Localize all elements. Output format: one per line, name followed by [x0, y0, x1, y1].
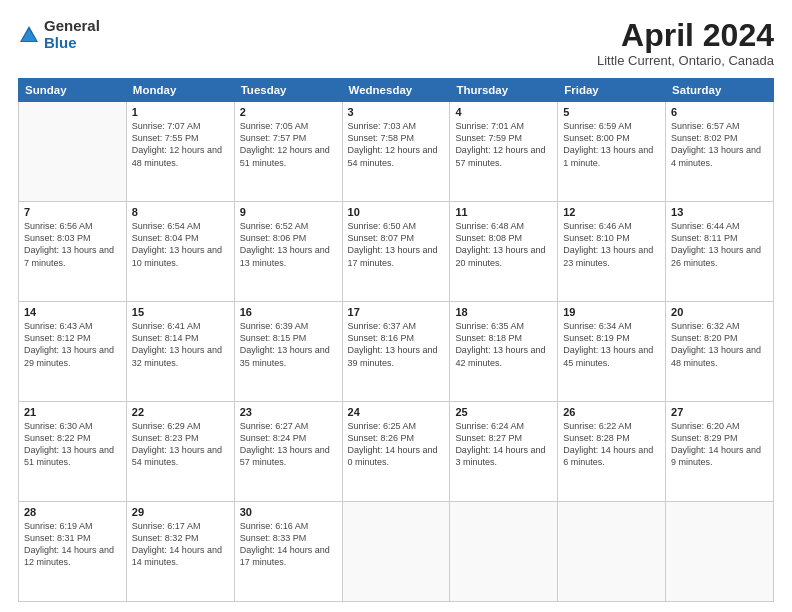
calendar-week-row: 7Sunrise: 6:56 AMSunset: 8:03 PMDaylight…	[19, 202, 774, 302]
main-title: April 2024	[597, 18, 774, 53]
day-detail: Sunrise: 6:32 AMSunset: 8:20 PMDaylight:…	[671, 320, 768, 369]
calendar-day-cell: 26Sunrise: 6:22 AMSunset: 8:28 PMDayligh…	[558, 402, 666, 502]
calendar-day-cell: 15Sunrise: 6:41 AMSunset: 8:14 PMDayligh…	[126, 302, 234, 402]
calendar-day-cell: 19Sunrise: 6:34 AMSunset: 8:19 PMDayligh…	[558, 302, 666, 402]
calendar-day-cell	[342, 502, 450, 602]
day-number: 5	[563, 106, 660, 118]
calendar-day-cell: 8Sunrise: 6:54 AMSunset: 8:04 PMDaylight…	[126, 202, 234, 302]
day-detail: Sunrise: 6:39 AMSunset: 8:15 PMDaylight:…	[240, 320, 337, 369]
day-detail: Sunrise: 6:37 AMSunset: 8:16 PMDaylight:…	[348, 320, 445, 369]
calendar-day-cell: 29Sunrise: 6:17 AMSunset: 8:32 PMDayligh…	[126, 502, 234, 602]
calendar-table: SundayMondayTuesdayWednesdayThursdayFrid…	[18, 78, 774, 602]
calendar-week-row: 21Sunrise: 6:30 AMSunset: 8:22 PMDayligh…	[19, 402, 774, 502]
day-number: 26	[563, 406, 660, 418]
day-number: 8	[132, 206, 229, 218]
calendar-day-cell	[558, 502, 666, 602]
day-detail: Sunrise: 6:41 AMSunset: 8:14 PMDaylight:…	[132, 320, 229, 369]
day-number: 19	[563, 306, 660, 318]
calendar-day-header: Wednesday	[342, 79, 450, 102]
day-number: 28	[24, 506, 121, 518]
calendar-day-header: Tuesday	[234, 79, 342, 102]
calendar-day-cell: 16Sunrise: 6:39 AMSunset: 8:15 PMDayligh…	[234, 302, 342, 402]
calendar-day-cell: 25Sunrise: 6:24 AMSunset: 8:27 PMDayligh…	[450, 402, 558, 502]
calendar-day-header: Sunday	[19, 79, 127, 102]
day-number: 29	[132, 506, 229, 518]
calendar-day-cell: 18Sunrise: 6:35 AMSunset: 8:18 PMDayligh…	[450, 302, 558, 402]
day-detail: Sunrise: 6:57 AMSunset: 8:02 PMDaylight:…	[671, 120, 768, 169]
day-detail: Sunrise: 7:07 AMSunset: 7:55 PMDaylight:…	[132, 120, 229, 169]
day-detail: Sunrise: 6:48 AMSunset: 8:08 PMDaylight:…	[455, 220, 552, 269]
day-number: 14	[24, 306, 121, 318]
day-detail: Sunrise: 6:35 AMSunset: 8:18 PMDaylight:…	[455, 320, 552, 369]
day-detail: Sunrise: 7:03 AMSunset: 7:58 PMDaylight:…	[348, 120, 445, 169]
day-number: 23	[240, 406, 337, 418]
logo-blue: Blue	[44, 35, 100, 52]
day-number: 13	[671, 206, 768, 218]
calendar-week-row: 14Sunrise: 6:43 AMSunset: 8:12 PMDayligh…	[19, 302, 774, 402]
day-detail: Sunrise: 6:25 AMSunset: 8:26 PMDaylight:…	[348, 420, 445, 469]
calendar-day-header: Saturday	[666, 79, 774, 102]
day-number: 3	[348, 106, 445, 118]
day-number: 24	[348, 406, 445, 418]
day-number: 20	[671, 306, 768, 318]
calendar-day-header: Monday	[126, 79, 234, 102]
calendar-day-cell: 27Sunrise: 6:20 AMSunset: 8:29 PMDayligh…	[666, 402, 774, 502]
day-number: 25	[455, 406, 552, 418]
day-number: 30	[240, 506, 337, 518]
day-detail: Sunrise: 7:05 AMSunset: 7:57 PMDaylight:…	[240, 120, 337, 169]
day-number: 22	[132, 406, 229, 418]
day-detail: Sunrise: 7:01 AMSunset: 7:59 PMDaylight:…	[455, 120, 552, 169]
calendar-day-cell: 14Sunrise: 6:43 AMSunset: 8:12 PMDayligh…	[19, 302, 127, 402]
calendar-day-cell: 3Sunrise: 7:03 AMSunset: 7:58 PMDaylight…	[342, 102, 450, 202]
logo-general: General	[44, 18, 100, 35]
calendar-day-cell: 2Sunrise: 7:05 AMSunset: 7:57 PMDaylight…	[234, 102, 342, 202]
logo: General Blue	[18, 18, 100, 51]
calendar-day-cell	[19, 102, 127, 202]
calendar-day-cell: 9Sunrise: 6:52 AMSunset: 8:06 PMDaylight…	[234, 202, 342, 302]
calendar-day-cell: 6Sunrise: 6:57 AMSunset: 8:02 PMDaylight…	[666, 102, 774, 202]
day-number: 6	[671, 106, 768, 118]
day-detail: Sunrise: 6:59 AMSunset: 8:00 PMDaylight:…	[563, 120, 660, 169]
day-number: 12	[563, 206, 660, 218]
day-number: 2	[240, 106, 337, 118]
day-detail: Sunrise: 6:56 AMSunset: 8:03 PMDaylight:…	[24, 220, 121, 269]
day-detail: Sunrise: 6:20 AMSunset: 8:29 PMDaylight:…	[671, 420, 768, 469]
day-detail: Sunrise: 6:52 AMSunset: 8:06 PMDaylight:…	[240, 220, 337, 269]
day-number: 18	[455, 306, 552, 318]
day-number: 1	[132, 106, 229, 118]
day-detail: Sunrise: 6:50 AMSunset: 8:07 PMDaylight:…	[348, 220, 445, 269]
day-number: 9	[240, 206, 337, 218]
calendar-day-cell: 22Sunrise: 6:29 AMSunset: 8:23 PMDayligh…	[126, 402, 234, 502]
day-number: 17	[348, 306, 445, 318]
calendar-day-cell	[450, 502, 558, 602]
day-number: 21	[24, 406, 121, 418]
day-detail: Sunrise: 6:16 AMSunset: 8:33 PMDaylight:…	[240, 520, 337, 569]
header: General Blue April 2024 Little Current, …	[18, 18, 774, 68]
day-detail: Sunrise: 6:54 AMSunset: 8:04 PMDaylight:…	[132, 220, 229, 269]
calendar-day-cell	[666, 502, 774, 602]
calendar-day-cell: 24Sunrise: 6:25 AMSunset: 8:26 PMDayligh…	[342, 402, 450, 502]
day-number: 27	[671, 406, 768, 418]
calendar-day-cell: 10Sunrise: 6:50 AMSunset: 8:07 PMDayligh…	[342, 202, 450, 302]
day-detail: Sunrise: 6:34 AMSunset: 8:19 PMDaylight:…	[563, 320, 660, 369]
calendar-day-header: Thursday	[450, 79, 558, 102]
calendar-day-cell: 1Sunrise: 7:07 AMSunset: 7:55 PMDaylight…	[126, 102, 234, 202]
day-detail: Sunrise: 6:43 AMSunset: 8:12 PMDaylight:…	[24, 320, 121, 369]
day-detail: Sunrise: 6:46 AMSunset: 8:10 PMDaylight:…	[563, 220, 660, 269]
calendar-day-cell: 11Sunrise: 6:48 AMSunset: 8:08 PMDayligh…	[450, 202, 558, 302]
calendar-day-cell: 20Sunrise: 6:32 AMSunset: 8:20 PMDayligh…	[666, 302, 774, 402]
day-detail: Sunrise: 6:22 AMSunset: 8:28 PMDaylight:…	[563, 420, 660, 469]
calendar-day-cell: 30Sunrise: 6:16 AMSunset: 8:33 PMDayligh…	[234, 502, 342, 602]
day-detail: Sunrise: 6:29 AMSunset: 8:23 PMDaylight:…	[132, 420, 229, 469]
calendar-day-cell: 7Sunrise: 6:56 AMSunset: 8:03 PMDaylight…	[19, 202, 127, 302]
calendar-day-cell: 12Sunrise: 6:46 AMSunset: 8:10 PMDayligh…	[558, 202, 666, 302]
page: General Blue April 2024 Little Current, …	[0, 0, 792, 612]
day-number: 15	[132, 306, 229, 318]
calendar-day-cell: 17Sunrise: 6:37 AMSunset: 8:16 PMDayligh…	[342, 302, 450, 402]
day-detail: Sunrise: 6:44 AMSunset: 8:11 PMDaylight:…	[671, 220, 768, 269]
day-detail: Sunrise: 6:24 AMSunset: 8:27 PMDaylight:…	[455, 420, 552, 469]
title-block: April 2024 Little Current, Ontario, Cana…	[597, 18, 774, 68]
calendar-day-header: Friday	[558, 79, 666, 102]
calendar-day-cell: 5Sunrise: 6:59 AMSunset: 8:00 PMDaylight…	[558, 102, 666, 202]
day-detail: Sunrise: 6:19 AMSunset: 8:31 PMDaylight:…	[24, 520, 121, 569]
